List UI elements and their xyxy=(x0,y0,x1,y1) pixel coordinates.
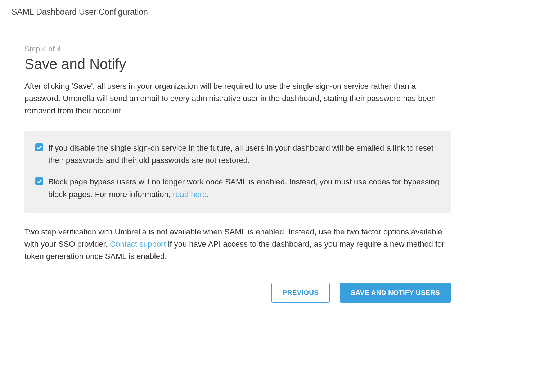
previous-button[interactable]: PREVIOUS xyxy=(271,283,330,303)
acknowledgement-item: If you disable the single sign-on servic… xyxy=(35,142,440,167)
acknowledgement-checkbox[interactable] xyxy=(35,177,43,185)
main-content: Step 4 of 4 Save and Notify After clicki… xyxy=(0,27,475,317)
button-row: PREVIOUS SAVE AND NOTIFY USERS xyxy=(24,283,451,303)
acknowledgement-panel: If you disable the single sign-on servic… xyxy=(24,131,451,213)
acknowledgement-checkbox[interactable] xyxy=(35,143,43,151)
page-header: SAML Dashboard User Configuration xyxy=(0,0,558,27)
step-indicator: Step 4 of 4 xyxy=(24,45,451,53)
acknowledgement-item: Block page bypass users will no longer w… xyxy=(35,176,440,200)
contact-support-link[interactable]: Contact support xyxy=(110,240,166,249)
bottom-note: Two step verification with Umbrella is n… xyxy=(24,226,451,263)
check-icon xyxy=(37,179,42,184)
ack-text-part: . xyxy=(207,190,209,199)
step-description: After clicking 'Save', all users in your… xyxy=(24,80,451,117)
acknowledgement-text: Block page bypass users will no longer w… xyxy=(48,176,440,200)
save-and-notify-button[interactable]: SAVE AND NOTIFY USERS xyxy=(340,283,451,303)
check-icon xyxy=(37,145,42,150)
acknowledgement-text: If you disable the single sign-on servic… xyxy=(48,142,440,167)
step-title: Save and Notify xyxy=(24,56,451,72)
read-here-link[interactable]: read here xyxy=(173,190,207,199)
ack-text-part: Block page bypass users will no longer w… xyxy=(48,177,439,199)
page-title: SAML Dashboard User Configuration xyxy=(12,7,546,17)
